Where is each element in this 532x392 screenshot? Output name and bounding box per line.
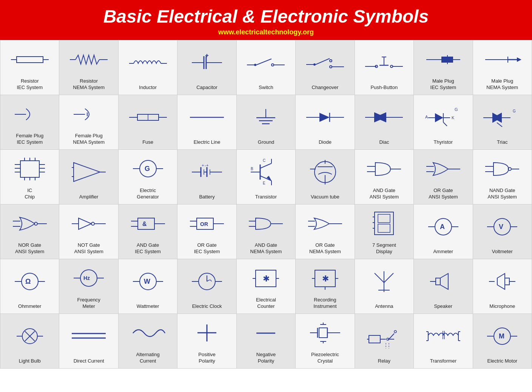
label-voltmeter: Voltmeter [492,249,513,255]
svg-text:+: + [202,163,204,168]
svg-rect-211 [505,278,509,285]
svg-marker-65 [435,113,443,122]
label-ground: Ground [258,139,274,146]
svg-marker-210 [497,274,505,289]
label-not-gate-ansi: NOT GateANSI System [74,242,103,255]
svg-line-68 [443,122,447,126]
svg-text:G: G [513,109,516,113]
label-switch: Switch [259,85,273,91]
cell-electric-motor: M Electric Motor [473,314,532,369]
cell-nor-gate-ansi: NOR GateANSI System [0,204,59,259]
cell-and-gate-ansi: AND GateANSI System [355,150,414,204]
label-male-plug-iec: Male PlugIEC System [430,78,456,91]
cell-and-gate-nema: AND GateNEMA System [237,204,296,259]
svg-line-202 [375,273,384,283]
label-triac: Triac [497,139,507,146]
cell-or-gate-iec: OR OR GateIEC System [177,204,236,259]
cell-diac: Diac [355,95,414,150]
label-diac: Diac [379,139,389,146]
label-frequency-meter: FrequencyMeter [77,297,100,310]
label-piezoelectric-crystal: PiezoelectricCrystal [311,352,339,364]
svg-text:&: & [142,221,147,227]
cell-nand-gate-ansi: NAND GateANSI System [473,150,532,204]
cell-transformer: Transformer [414,314,473,369]
cell-transistor: C E B Transistor [237,150,296,204]
svg-rect-32 [441,57,453,63]
cell-wattmeter: W Wattmeter [119,259,177,314]
cell-push-button: Push-Button [355,40,414,95]
svg-line-112 [260,163,271,168]
cell-alternating-current: AlternatingCurrent [119,314,177,369]
cell-battery: + - + Battery [177,150,236,204]
svg-text:A: A [425,115,428,119]
label-transformer: Transformer [430,358,456,364]
cell-male-plug-nema: Male PlugNEMA System [473,40,532,95]
svg-point-26 [390,65,393,68]
svg-line-203 [384,273,393,283]
svg-rect-162 [375,212,393,235]
label-or-gate-iec: OR GateIEC System [194,242,220,255]
svg-point-19 [313,63,316,66]
cell-electrical-counter: ✱ ElectricalCounter [237,259,296,314]
cell-electric-generator: G ElectricGenerator [119,150,177,204]
cell-inductor: Inductor [119,40,177,95]
svg-point-21 [330,60,332,62]
cell-or-gate-ansi: OR GateANSI System [414,150,473,204]
label-wattmeter: Wattmeter [137,303,159,310]
label-capacitor: Capacitor [196,85,217,91]
svg-rect-163 [378,214,390,223]
page-title: Basic Electrical & Electronic Symbols [4,7,528,27]
label-resistor-iec: ResistorIEC System [17,78,43,91]
svg-text:✱: ✱ [263,274,270,283]
label-and-gate-nema: AND GateNEMA System [250,242,282,255]
cell-speaker: Speaker [414,259,473,314]
cell-male-plug-iec: Male PlugIEC System [414,40,473,95]
label-nand-gate-ansi: NAND GateANSI System [488,188,517,200]
cell-not-gate-ansi: NOT GateANSI System [59,204,118,259]
svg-marker-54 [319,113,330,122]
label-speaker: Speaker [434,303,452,310]
svg-line-237 [389,334,394,339]
svg-text:M: M [499,332,504,340]
svg-text:Ω: Ω [25,278,31,285]
svg-text:B: B [251,167,253,171]
website-url: www.electricaltechnology.org [4,28,528,36]
svg-line-20 [316,58,330,65]
svg-point-238 [394,331,396,333]
cell-7-segment-display: 7 SegmentDisplay [355,204,414,259]
label-inductor: Inductor [139,85,157,91]
svg-text:E: E [263,181,265,185]
svg-point-22 [330,66,332,68]
label-male-plug-nema: Male PlugNEMA System [486,78,518,91]
cell-piezoelectric-crystal: PiezoelectricCrystal [296,314,355,369]
label-fuse: Fuse [142,139,153,146]
cell-changeover: Changeover [296,40,355,95]
symbols-grid: ResistorIEC System ResistorNEMA System I… [0,40,532,369]
label-electric-clock: Electric Clock [192,303,222,310]
svg-text:A: A [440,223,445,231]
cell-or-gate-nema: OR GateNEMA System [296,204,355,259]
svg-rect-79 [20,161,39,177]
label-diode: Diode [319,139,332,146]
cell-female-plug-nema: Female PlugNEMA System [59,95,118,150]
cell-light-bulb: Light Bulb [0,314,59,369]
label-electric-generator: ElectricGenerator [137,188,159,200]
cell-ohmmeter: Ω Ohmmeter [0,259,59,314]
cell-amplifier: Amplifier [59,150,118,204]
svg-marker-208 [440,274,448,289]
svg-marker-92 [74,163,100,181]
label-ic-chip: ICChip [25,188,35,200]
svg-rect-225 [319,328,327,338]
label-antenna: Antenna [375,303,393,310]
cell-switch: Switch [237,40,296,95]
svg-text:W: W [144,278,150,285]
cell-antenna: Antenna [355,259,414,314]
svg-text:Hz: Hz [83,275,90,281]
svg-text:C: C [263,158,265,163]
cell-electric-line: Electric Line [177,95,236,150]
label-electrical-counter: ElectricalCounter [256,297,276,310]
label-amplifier: Amplifier [79,194,99,200]
label-relay: Relay [378,358,390,364]
svg-text:G: G [145,165,150,172]
cell-female-plug-iec: Female PlugIEC System [0,95,59,150]
